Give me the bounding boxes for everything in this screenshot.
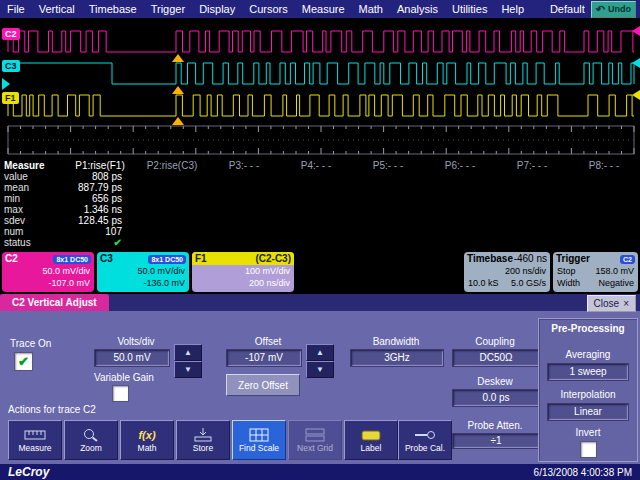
next-grid-action-button[interactable]: Next Grid <box>288 420 342 460</box>
next-grid-action-label: Next Grid <box>297 443 333 453</box>
store-icon <box>193 428 213 442</box>
close-button[interactable]: Close × <box>587 295 636 312</box>
menu-item-analysis[interactable]: Analysis <box>390 3 445 15</box>
math-action-button[interactable]: f(x) Math <box>120 420 174 460</box>
measure-row-label: min <box>0 193 64 204</box>
measure-icon <box>24 428 46 442</box>
offset-down-button[interactable]: ▼ <box>306 361 334 378</box>
descriptor-c3-offset: -136.0 mV <box>97 277 189 289</box>
close-icon: × <box>623 298 629 309</box>
invert-label: Invert <box>539 427 637 438</box>
measure-action-button[interactable]: Measure <box>8 420 62 460</box>
invert-checkbox[interactable] <box>580 441 597 458</box>
down-arrow-icon: ▼ <box>184 365 192 374</box>
measure-col-p3[interactable]: P3:- - - <box>208 160 280 171</box>
probe-cal-action-button[interactable]: Probe Cal. <box>398 420 452 460</box>
descriptor-c2[interactable]: C2 8x1 DC50 50.0 mV/div -107.0 mV <box>2 252 94 292</box>
volts-div-down-button[interactable]: ▼ <box>174 361 202 378</box>
math-action-label: Math <box>138 443 157 453</box>
default-setup-label[interactable]: Default <box>550 3 585 15</box>
menu-item-trigger[interactable]: Trigger <box>144 3 192 15</box>
trace-on-label: Trace On <box>10 338 51 349</box>
menu-item-file[interactable]: File <box>0 3 32 15</box>
measure-col-p8[interactable]: P8:- - - <box>568 160 640 171</box>
descriptor-c2-offset: -107.0 mV <box>2 277 94 289</box>
dialog-tab-bar: C2 Vertical Adjust Close × <box>0 294 640 311</box>
measure-row-label: num <box>0 226 64 237</box>
averaging-label: Averaging <box>539 349 637 360</box>
volts-div-field[interactable]: 50.0 mV <box>94 349 170 367</box>
variable-gain-checkbox[interactable] <box>112 385 129 402</box>
zoom-action-button[interactable]: Zoom <box>64 420 118 460</box>
measure-row-label: max <box>0 204 64 215</box>
menu-item-timebase[interactable]: Timebase <box>82 3 144 15</box>
measure-row-label: sdev <box>0 215 64 226</box>
offset-up-button[interactable]: ▲ <box>306 344 334 361</box>
measure-row-spacer <box>136 226 640 237</box>
label-icon <box>360 428 382 442</box>
volts-div-up-button[interactable]: ▲ <box>174 344 202 361</box>
probe-atten-field[interactable]: ÷1 <box>452 433 540 449</box>
menu-item-math[interactable]: Math <box>352 3 390 15</box>
trace-label-c3[interactable]: C3 <box>2 60 20 72</box>
find-scale-icon <box>249 428 269 442</box>
trace-label-c2[interactable]: C2 <box>2 28 20 40</box>
coupling-field[interactable]: DC50Ω <box>452 349 540 367</box>
interpolation-field[interactable]: Linear <box>547 403 629 421</box>
zero-offset-button[interactable]: Zero Offset <box>226 374 300 396</box>
store-action-button[interactable]: Store <box>176 420 230 460</box>
descriptor-c2-scale: 50.0 mV/div <box>2 265 94 277</box>
menu-item-cursors[interactable]: Cursors <box>242 3 295 15</box>
descriptor-f1-timebase: 200 ns/div <box>192 277 294 289</box>
timebase-rate: 5.0 GS/s <box>511 277 546 289</box>
find-scale-action-button[interactable]: Find Scale <box>232 420 286 460</box>
measure-row-spacer <box>136 204 640 215</box>
waveform-area: C2 C3 F1 <box>0 18 640 160</box>
timebase-title: Timebase <box>467 253 513 265</box>
descriptor-c3-name: C3 <box>100 253 113 265</box>
measure-action-label: Measure <box>18 443 51 453</box>
tab-c2-vertical-adjust[interactable]: C2 Vertical Adjust <box>0 294 109 311</box>
offset-field[interactable]: -107 mV <box>226 349 302 367</box>
bandwidth-field[interactable]: 3GHz <box>350 349 444 367</box>
menu-item-measure[interactable]: Measure <box>295 3 352 15</box>
measure-col-p6[interactable]: P6:- - - <box>424 160 496 171</box>
trigger-mode: Stop <box>557 265 576 277</box>
check-icon: ✔ <box>18 354 29 369</box>
descriptor-timebase[interactable]: Timebase -460 ns 200 ns/div 10.0 kS 5.0 … <box>464 252 550 292</box>
measure-col-p2[interactable]: P2:rise(C3) <box>136 160 208 171</box>
measure-col-p1[interactable]: P1:rise(F1) <box>64 160 136 171</box>
trace-on-checkbox[interactable]: ✔ <box>14 352 33 371</box>
preprocessing-panel: Pre-Processing Averaging 1 sweep Interpo… <box>538 318 638 462</box>
trigger-type: Width <box>557 277 580 289</box>
measure-row-label: status <box>0 237 64 248</box>
undo-button[interactable]: ↶ Undo <box>591 1 636 18</box>
menu-item-vertical[interactable]: Vertical <box>32 3 82 15</box>
measure-value: 887.79 ps <box>64 182 136 193</box>
averaging-field[interactable]: 1 sweep <box>547 363 629 381</box>
preprocessing-title: Pre-Processing <box>539 323 637 334</box>
label-action-button[interactable]: Label <box>344 420 398 460</box>
probe-cal-icon <box>414 428 436 442</box>
waveform-display[interactable] <box>0 18 640 160</box>
measure-row-spacer <box>136 237 640 248</box>
measure-row-label: mean <box>0 182 64 193</box>
zoom-icon <box>82 428 100 442</box>
menu-item-display[interactable]: Display <box>192 3 242 15</box>
menu-item-help[interactable]: Help <box>494 3 531 15</box>
measure-col-p5[interactable]: P5:- - - <box>352 160 424 171</box>
measure-col-p7[interactable]: P7:- - - <box>496 160 568 171</box>
descriptor-c3[interactable]: C3 8x1 DC50 50.0 mV/div -136.0 mV <box>97 252 189 292</box>
deskew-label: Deskew <box>450 376 540 387</box>
descriptor-f1[interactable]: F1 (C2-C3) 100 mV/div 200 ns/div <box>192 252 294 292</box>
vertical-adjust-dialog: C2 Vertical Adjust Close × Trace On ✔ Vo… <box>0 294 640 464</box>
find-scale-action-label: Find Scale <box>239 443 279 453</box>
deskew-field[interactable]: 0.0 ps <box>452 389 540 407</box>
measure-col-p4[interactable]: P4:- - - <box>280 160 352 171</box>
measure-row-spacer <box>136 171 640 182</box>
trigger-level: 158.0 mV <box>595 265 634 277</box>
coupling-label: Coupling <box>450 336 540 347</box>
descriptor-trigger[interactable]: Trigger C2 Stop 158.0 mV Width Negative <box>553 252 638 292</box>
trace-label-f1[interactable]: F1 <box>2 92 19 104</box>
menu-item-utilities[interactable]: Utilities <box>445 3 494 15</box>
